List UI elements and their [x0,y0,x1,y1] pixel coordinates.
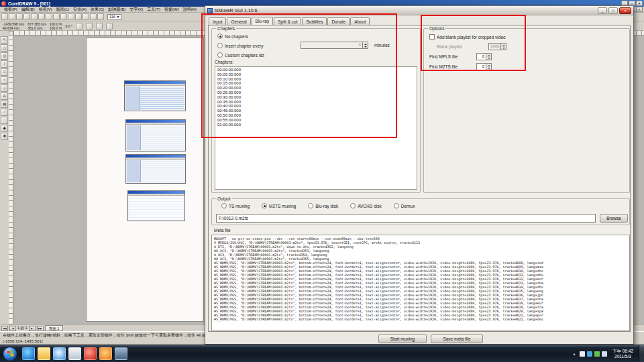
position-y-field[interactable]: 40.634 mm [3,26,24,30]
close-icon[interactable]: × [619,7,631,14]
menu-item[interactable]: 效果(C) [89,7,106,11]
shape-tool-icon[interactable]: △ [1,44,8,52]
print-icon[interactable] [23,13,30,20]
menu-item[interactable]: 檢視(V) [37,7,54,11]
radio-m2ts-muxing[interactable]: M2TS muxing [262,203,296,208]
tray-expand-icon[interactable]: ▴ [571,351,578,356]
interactive-blend-tool-icon[interactable]: ✚ [1,133,8,140]
last-page-icon[interactable]: ▶▶ [37,326,44,331]
start-muxing-button[interactable]: Start muxing [378,335,427,343]
radio-demux[interactable]: Demux [394,203,415,208]
document-app-icon[interactable] [68,347,81,360]
rectangle-tool-icon[interactable]: □ [1,68,8,76]
wrap-text-icon[interactable] [96,23,103,29]
outline-tool-icon[interactable]: ◌ [1,117,8,124]
tray-language-icon[interactable] [602,351,607,357]
taskbar-clock[interactable]: 下午 06:42 2011/5/3 [609,349,637,359]
interactive-fill-tool-icon[interactable]: ▤ [1,101,8,108]
first-mpls-stepper[interactable]: 0 [476,53,492,60]
text-tool-icon[interactable]: A [1,93,8,100]
tab-subtitles[interactable]: Subtitles [302,17,327,25]
doc-close-icon[interactable]: × [636,7,643,12]
freehand-tool-icon[interactable]: / [1,60,8,68]
coreldraw-taskbar-icon[interactable] [84,347,97,360]
previous-page-icon[interactable]: ◀ [9,326,16,331]
page-tab[interactable]: 頁面 1 [45,325,64,331]
menu-item[interactable]: 版面(L) [54,7,71,11]
tray-network-icon[interactable] [580,351,585,357]
media-player-icon[interactable] [53,347,66,360]
tsmuxer-taskbar-icon[interactable] [115,347,127,360]
chapters-list[interactable]: 00:00:00.000 00:05:00.000 00:10:00.000 0… [215,66,417,190]
spin-down-icon[interactable] [363,46,368,49]
polygon-tool-icon[interactable]: ◇ [1,84,8,92]
add-blank-playlist-checkbox[interactable]: Add blank playlist for cropped video [429,34,506,40]
first-m2ts-stepper[interactable]: 0 [476,63,492,70]
menu-item[interactable]: 編輯(E) [19,7,37,11]
maximize-icon[interactable]: □ [608,7,618,14]
browse-button[interactable]: Browse [600,214,628,223]
paste-icon[interactable] [46,13,52,20]
firefox-icon[interactable] [99,347,112,360]
zoom-tool-icon[interactable]: ◎ [1,52,8,60]
mirror-vertical-icon[interactable] [86,23,93,29]
scale-y-field[interactable]: 100.0 % [50,26,62,30]
radio-no-chapters[interactable]: No chapters [217,33,248,40]
redo-icon[interactable] [60,13,67,20]
tray-volume-icon[interactable] [587,351,592,357]
canvas-image-1[interactable] [124,80,186,111]
tab-donate[interactable]: Donate [327,17,350,25]
open-icon[interactable] [9,13,15,20]
radio-ts-muxing[interactable]: TS muxing [221,203,250,208]
ie-icon[interactable] [22,347,35,360]
eyedropper-tool-icon[interactable]: ∕ [1,109,8,116]
radio-avchd-disk[interactable]: AVCHD disk [350,203,382,208]
spin-down-icon[interactable] [486,67,491,70]
save-meta-file-button[interactable]: Save meta file [431,335,483,343]
help-icon[interactable] [97,13,104,20]
meta-file-textarea[interactable]: MUXOPT --no-pcr-on-video-pid --vbr --cut… [211,235,630,331]
convert-to-curves-icon[interactable] [106,23,113,29]
menu-item[interactable]: 檔案(F) [2,7,19,11]
first-page-icon[interactable]: ◀◀ [1,326,8,331]
pick-tool-icon[interactable]: ↖ [1,36,8,44]
minimize-icon[interactable]: _ [598,7,607,14]
canvas-image-2[interactable] [125,119,186,152]
rotation-angle-field[interactable]: 0.0 ° [65,24,72,28]
start-button[interactable] [3,347,17,361]
tsmuxer-titlebar[interactable]: tsMuxeR GUI 1.10.6 _ □ × [205,6,633,15]
corel-online-icon[interactable] [90,13,97,20]
radio-custom-chapters-list[interactable]: Custom chapters list [217,52,264,58]
size-height-field[interactable]: 361.0 mm [28,26,46,30]
menu-item[interactable]: 工具(T) [145,7,162,11]
export-icon[interactable] [75,13,82,20]
undo-icon[interactable] [53,13,60,20]
tab-input[interactable]: Input [209,17,226,25]
menu-item[interactable]: 點陣圖(B) [106,7,127,11]
spin-down-icon[interactable] [486,57,491,60]
mirror-horizontal-icon[interactable] [76,23,83,29]
tab-about[interactable]: About [350,17,370,25]
zoom-level-combo[interactable]: 116 [107,14,121,20]
show-desktop-button[interactable] [639,345,644,362]
tab-split-cut[interactable]: Split & cut [274,17,301,25]
menu-item[interactable]: 視窗(W) [162,7,181,11]
blank-playlist-stepper[interactable]: 1900 [488,43,506,50]
menu-item[interactable]: 文字(X) [127,7,145,11]
copy-icon[interactable] [38,13,45,20]
application-launcher-icon[interactable] [83,13,89,20]
new-document-icon[interactable] [1,13,8,20]
ellipse-tool-icon[interactable]: ○ [1,76,8,84]
explorer-icon[interactable] [38,347,50,360]
menu-item[interactable]: 說明(H) [181,7,199,11]
canvas-image-3[interactable] [125,154,186,184]
output-file-input[interactable] [216,214,596,223]
canvas-image-4[interactable] [127,190,185,221]
chapter-interval-stepper[interactable]: 5 [301,42,368,49]
cut-icon[interactable] [31,13,38,20]
save-icon[interactable] [16,13,23,20]
tab-general[interactable]: General [227,17,250,25]
tab-blu-ray[interactable]: Blu-ray [252,17,274,25]
fill-tool-icon[interactable]: ◆ [1,125,8,132]
tray-antivirus-icon[interactable] [594,351,600,357]
